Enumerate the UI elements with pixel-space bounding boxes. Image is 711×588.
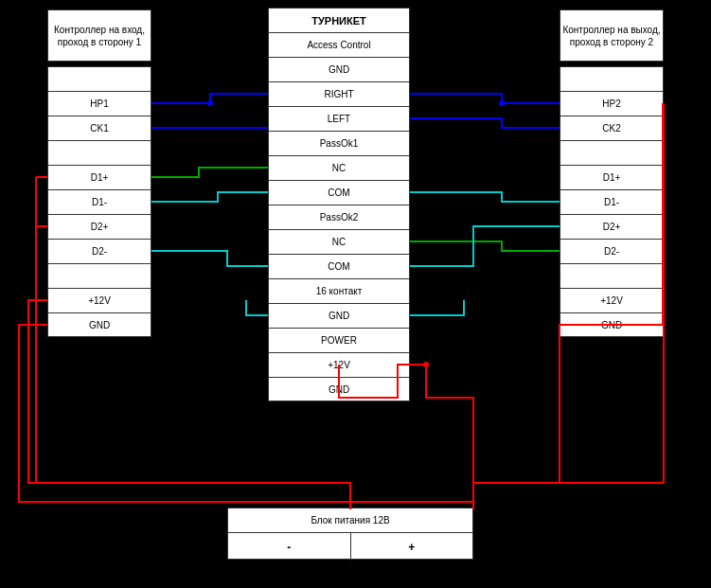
turnstile-passok1: PassOk1 xyxy=(268,131,410,155)
right-row-empty1 xyxy=(560,66,664,91)
left-row-hp1: HP1 xyxy=(47,91,151,116)
right-row-empty3 xyxy=(560,263,664,288)
turnstile-power: POWER xyxy=(268,328,410,352)
turnstile-access-control: Access Control xyxy=(268,32,410,57)
right-row-empty2 xyxy=(560,140,664,165)
turnstile-gnd2: GND xyxy=(268,303,410,328)
left-row-d2p: D2+ xyxy=(47,214,151,239)
left-row-d1p: D1+ xyxy=(47,165,151,189)
power-neg: - xyxy=(228,533,351,561)
turnstile-12v: +12V xyxy=(268,352,410,377)
power-terminals: - + xyxy=(228,533,472,561)
left-row-12v: +12V xyxy=(47,288,151,312)
turnstile-gnd3: GND xyxy=(268,377,410,401)
left-row-ck1: CK1 xyxy=(47,116,151,140)
power-pos: + xyxy=(351,533,473,561)
power-supply: Блок питания 12В - + xyxy=(227,508,473,560)
left-row-empty1 xyxy=(47,66,151,91)
turnstile-gnd1: GND xyxy=(268,57,410,81)
right-row-d2m: D2- xyxy=(560,239,664,263)
right-row-d1p: D1+ xyxy=(560,165,664,189)
left-row-empty3 xyxy=(47,263,151,288)
power-title: Блок питания 12В xyxy=(228,508,472,533)
ctrl-left-header: Контроллер на вход, проход в сторону 1 xyxy=(47,9,151,62)
left-row-d2m: D2- xyxy=(47,239,151,263)
right-row-d2p: D2+ xyxy=(560,214,664,239)
right-row-hp2: HP2 xyxy=(560,91,664,116)
left-row-d1m: D1- xyxy=(47,189,151,214)
right-row-gnd: GND xyxy=(560,312,664,337)
turnstile-nc1: NC xyxy=(268,155,410,180)
svg-point-19 xyxy=(423,362,429,367)
turnstile-com2: COM xyxy=(268,254,410,278)
left-row-gnd: GND xyxy=(47,312,151,337)
right-row-ck2: CK2 xyxy=(560,116,664,140)
ctrl-right-header: Контроллер на выход, проход в сторону 2 xyxy=(560,9,664,62)
turnstile-right: RIGHT xyxy=(268,81,410,106)
svg-point-18 xyxy=(499,100,505,106)
ctrl-left-rows: HP1 CK1 D1+ D1- D2+ D2- +12V GND xyxy=(47,66,151,337)
left-row-empty2 xyxy=(47,140,151,165)
right-row-12v: +12V xyxy=(560,288,664,312)
turnstile-16: 16 контакт xyxy=(268,278,410,303)
right-row-d1m: D1- xyxy=(560,189,664,214)
turnstile-block: ТУРНИКЕТ Access Control GND RIGHT LEFT P… xyxy=(268,8,410,401)
turnstile-com1: COM xyxy=(268,180,410,205)
ctrl-right-rows: HP2 CK2 D1+ D1- D2+ D2- +12V GND xyxy=(560,66,664,337)
svg-point-17 xyxy=(207,100,213,106)
turnstile-nc2: NC xyxy=(268,229,410,254)
turnstile-header: ТУРНИКЕТ xyxy=(268,8,410,32)
turnstile-passok2: PassOk2 xyxy=(268,205,410,229)
turnstile-left: LEFT xyxy=(268,106,410,131)
